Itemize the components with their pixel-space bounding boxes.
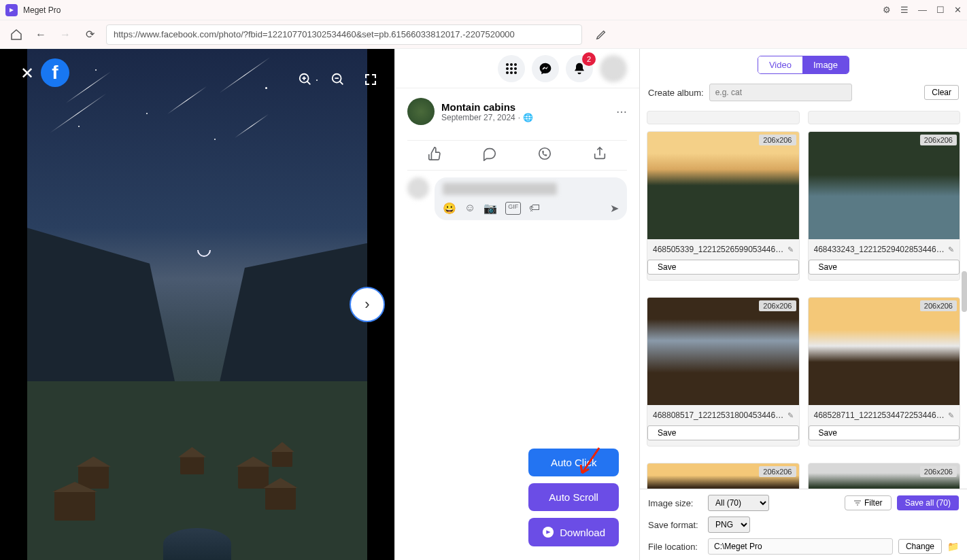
tab-video[interactable]: Video — [758, 56, 802, 73]
file-location-input[interactable] — [708, 538, 893, 555]
svg-point-9 — [510, 71, 513, 74]
zoom-out-icon[interactable] — [328, 69, 348, 90]
user-avatar[interactable] — [600, 55, 627, 82]
thumb-card[interactable]: 206x206 468528711_122125344722534460_✎ S… — [808, 297, 961, 447]
camera-icon[interactable]: 📷 — [483, 202, 497, 215]
facebook-logo[interactable]: f — [41, 58, 69, 87]
reload-icon[interactable]: ⟳ — [82, 27, 98, 43]
dimension-badge: 206x206 — [759, 466, 796, 477]
image-size-select[interactable]: All (70) — [708, 495, 769, 511]
folder-icon[interactable]: 📁 — [947, 541, 959, 552]
thumb-image: 206x206 — [809, 132, 960, 239]
clear-button[interactable]: Clear — [924, 85, 959, 100]
thumb-filename: 468505339_122125265990534460_ — [653, 245, 785, 254]
svg-point-3 — [510, 63, 513, 66]
svg-point-4 — [514, 63, 517, 66]
thumb-image: 206x206 — [647, 132, 799, 239]
save-all-button[interactable]: Save all (70) — [897, 495, 959, 510]
thumb-image: 206x206 — [647, 298, 799, 405]
save-button[interactable]: Save — [647, 425, 799, 440]
thumb-image: 206x206 — [647, 463, 799, 489]
save-button[interactable]: Save — [809, 260, 960, 275]
notifications-icon[interactable]: 2 — [566, 55, 593, 82]
thumb-filename: 468808517_122125318004534460_ — [653, 410, 785, 420]
fullscreen-icon[interactable] — [360, 69, 381, 90]
apps-icon[interactable] — [498, 55, 525, 82]
thumb-card[interactable]: 206x206 468433243_122125294028534460_✎ S… — [808, 131, 961, 281]
change-button[interactable]: Change — [898, 539, 942, 554]
post-author-avatar[interactable] — [407, 98, 435, 125]
next-photo-button[interactable]: › — [350, 287, 385, 322]
album-input[interactable] — [709, 84, 852, 101]
thumbnails-list[interactable]: 206x206 468505339_122125265990534460_✎ S… — [640, 108, 967, 489]
auto-scroll-button[interactable]: Auto Scroll — [528, 483, 619, 511]
minimize-icon[interactable]: — — [918, 5, 927, 15]
save-button[interactable]: Save — [809, 425, 960, 440]
svg-point-2 — [506, 63, 509, 66]
thumb-card[interactable]: 206x206 — [808, 463, 961, 489]
menu-icon[interactable]: ☰ — [900, 5, 909, 15]
dimension-badge: 206x206 — [920, 135, 957, 145]
send-icon[interactable]: ➤ — [610, 202, 619, 215]
whatsapp-icon[interactable] — [537, 146, 552, 164]
forward-icon[interactable]: → — [57, 27, 73, 43]
svg-point-7 — [514, 67, 517, 70]
avatar-sticker-icon[interactable]: 😀 — [443, 202, 456, 215]
dimension-badge: 206x206 — [920, 466, 957, 477]
maximize-icon[interactable]: ☐ — [936, 5, 945, 15]
gif-icon[interactable]: GIF — [505, 202, 521, 215]
messenger-icon[interactable] — [532, 55, 559, 82]
titlebar: Meget Pro ⚙ ☰ — ☐ ✕ — [0, 0, 967, 20]
edit-icon[interactable]: ✎ — [787, 245, 794, 254]
save-format-label: Save format: — [648, 520, 702, 530]
post-author-name[interactable]: Montain cabins — [441, 101, 533, 113]
sticker-icon[interactable]: 🏷 — [529, 202, 540, 215]
file-location-label: File location: — [648, 542, 702, 552]
save-format-select[interactable]: PNG — [708, 517, 750, 533]
app-logo — [5, 4, 18, 16]
browser-area: ✕ f — [0, 49, 639, 560]
settings-icon[interactable]: ⚙ — [883, 5, 891, 15]
thumb-card[interactable]: 206x206 468505339_122125265990534460_✎ S… — [647, 131, 800, 281]
edit-icon[interactable]: ✎ — [948, 411, 954, 420]
zoom-in-icon[interactable] — [295, 69, 316, 90]
photo-viewer: ✕ f — [0, 49, 394, 560]
dimension-badge: 206x206 — [759, 300, 796, 311]
home-icon[interactable] — [8, 27, 24, 43]
svg-point-6 — [510, 67, 513, 70]
thumb-image: 206x206 — [809, 463, 960, 489]
app-title: Meget Pro — [23, 5, 883, 15]
like-icon[interactable] — [427, 146, 442, 164]
image-size-label: Image size: — [648, 498, 702, 508]
thumb-card[interactable]: 206x206 — [647, 463, 800, 489]
auto-click-button[interactable]: Auto Click — [528, 449, 619, 476]
save-button[interactable]: Save — [647, 260, 799, 275]
post-menu-icon[interactable]: ⋯ — [616, 105, 627, 118]
brush-icon[interactable] — [593, 27, 609, 43]
edit-icon[interactable]: ✎ — [787, 411, 794, 420]
dimension-badge: 206x206 — [920, 300, 957, 311]
emoji-icon[interactable]: ☺ — [464, 202, 475, 215]
thumb-filename: 468433243_122125294028534460_ — [814, 245, 946, 254]
scrollbar[interactable] — [962, 271, 967, 312]
thumb-card[interactable]: 206x206 468808517_122125318004534460_✎ S… — [647, 297, 800, 447]
tab-image[interactable]: Image — [802, 56, 849, 73]
edit-icon[interactable]: ✎ — [948, 245, 954, 254]
album-label: Create album: — [648, 88, 704, 98]
globe-icon: 🌐 — [523, 113, 533, 122]
close-icon[interactable]: ✕ — [954, 5, 962, 15]
share-icon[interactable] — [592, 146, 607, 164]
svg-point-11 — [539, 148, 551, 160]
comment-input[interactable]: 😀 ☺ 📷 GIF 🏷 ➤ — [435, 177, 627, 220]
filter-button[interactable]: Filter — [845, 495, 892, 510]
svg-point-10 — [514, 71, 517, 74]
url-bar[interactable]: https://www.facebook.com/photo/?fbid=122… — [106, 24, 582, 45]
notification-badge: 2 — [582, 52, 596, 66]
thumb-row-partial — [647, 111, 800, 124]
post-date: September 27, 2024 — [441, 113, 515, 122]
close-photo-icon[interactable]: ✕ — [20, 64, 34, 83]
toolbar: ← → ⟳ https://www.facebook.com/photo/?fb… — [0, 20, 967, 49]
back-icon[interactable]: ← — [33, 27, 49, 43]
download-button[interactable]: Download — [528, 518, 619, 546]
comment-icon[interactable] — [482, 146, 497, 164]
